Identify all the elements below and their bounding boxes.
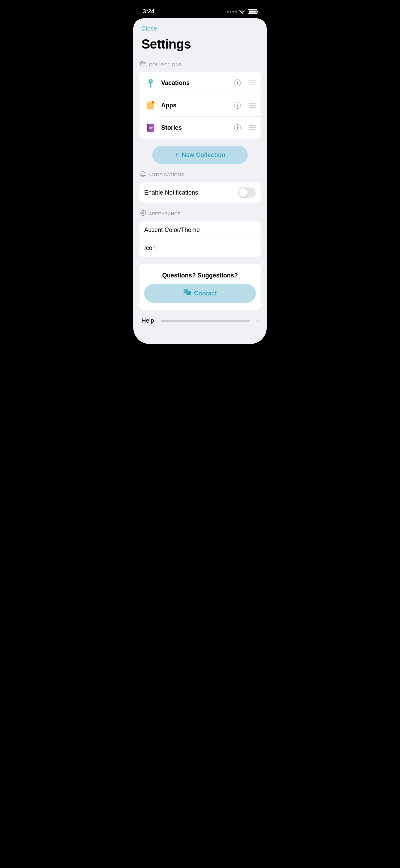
stories-icon (144, 121, 157, 134)
status-time: 3:24 (143, 8, 154, 15)
appearance-label: APPEARANCE (149, 211, 181, 216)
help-chevron-icon: › (256, 317, 259, 324)
signal-dots-icon (227, 11, 237, 13)
contact-button[interactable]: Contact (144, 284, 256, 303)
stories-drag-handle[interactable] (245, 125, 256, 130)
contact-label: Contact (194, 290, 217, 297)
close-button[interactable]: Close (141, 24, 157, 34)
notifications-toggle[interactable] (238, 187, 256, 198)
appearance-card: Accent Color/Theme Icon (139, 221, 261, 257)
svg-point-16 (142, 212, 144, 214)
contact-icon (183, 289, 191, 298)
battery-icon (248, 9, 257, 14)
questions-text: Questions? Suggestions? (162, 272, 238, 279)
toggle-knob (239, 188, 248, 197)
header: Close Settings (133, 18, 267, 54)
notifications-section: NOTIFICATIONS Enable Notifications (139, 171, 261, 203)
appearance-icon (140, 210, 146, 218)
content-area: Close Settings COLLECTIONS (133, 18, 267, 344)
list-item: Vacations i (139, 72, 261, 94)
apps-title: Apps (161, 102, 229, 109)
stories-title: Stories (161, 124, 229, 131)
stories-info-button[interactable]: i (234, 124, 241, 131)
status-icons (227, 9, 257, 14)
appearance-section: APPEARANCE Accent Color/Theme Icon (139, 210, 261, 257)
vacations-drag-handle[interactable] (245, 80, 256, 85)
page-title: Settings (141, 37, 259, 52)
collections-label: COLLECTIONS (149, 62, 182, 67)
vacations-icon (144, 76, 157, 89)
notifications-icon (140, 171, 146, 179)
svg-rect-18 (186, 291, 191, 295)
svg-rect-0 (140, 62, 146, 66)
appearance-section-header: APPEARANCE (139, 210, 261, 218)
accent-color-item[interactable]: Accent Color/Theme (139, 221, 261, 239)
collections-icon (140, 61, 146, 68)
toggle-item: Enable Notifications (139, 182, 261, 203)
new-collection-plus-icon: + (175, 150, 179, 159)
svg-rect-9 (148, 124, 154, 132)
status-bar: 3:24 (133, 0, 267, 18)
list-item: Stories i (139, 116, 261, 139)
phone-frame: 3:24 Close Settings (133, 0, 267, 344)
collections-section-header: COLLECTIONS (139, 61, 261, 68)
notifications-label: NOTIFICATIONS (148, 172, 184, 177)
help-row[interactable]: Help › (133, 311, 267, 330)
vacations-title: Vacations (161, 79, 229, 87)
apps-icon (144, 99, 157, 112)
vacations-info-button[interactable]: i (234, 79, 241, 86)
wifi-icon (239, 10, 245, 14)
notifications-card: Enable Notifications (139, 182, 261, 203)
new-collection-button[interactable]: + New Collection (152, 146, 248, 164)
questions-card: Questions? Suggestions? Contact (139, 264, 261, 310)
icon-label: Icon (144, 245, 156, 252)
svg-point-3 (150, 80, 152, 82)
notifications-section-header: NOTIFICATIONS (139, 171, 261, 179)
collections-card: Vacations i (139, 72, 261, 139)
home-indicator-bar (161, 320, 250, 322)
list-item: Apps i (139, 94, 261, 116)
svg-point-4 (149, 86, 152, 88)
accent-color-label: Accent Color/Theme (144, 227, 200, 234)
notifications-toggle-label: Enable Notifications (144, 189, 198, 196)
apps-info-button[interactable]: i (234, 102, 241, 109)
help-label: Help (141, 317, 154, 324)
collections-section: COLLECTIONS (139, 61, 261, 164)
svg-point-8 (152, 102, 154, 103)
icon-item[interactable]: Icon (139, 239, 261, 257)
apps-drag-handle[interactable] (245, 103, 256, 108)
new-collection-label: New Collection (182, 151, 225, 159)
svg-rect-10 (147, 124, 149, 132)
